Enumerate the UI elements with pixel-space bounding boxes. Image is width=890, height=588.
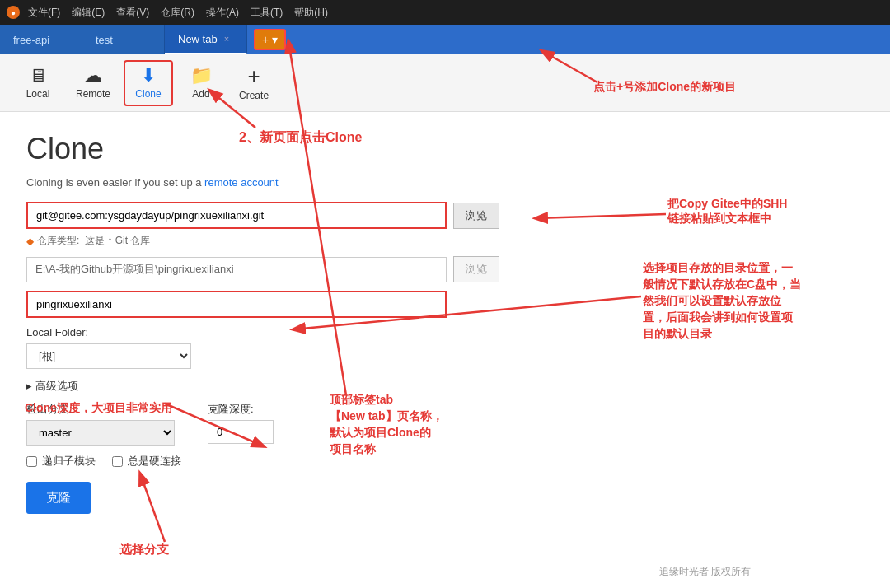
branch-select[interactable]: master xyxy=(26,420,175,446)
tool-clone-label: Clone xyxy=(135,88,161,100)
recursive-checkbox[interactable] xyxy=(26,456,37,467)
clone-icon: ⬇ xyxy=(141,67,156,85)
page-title: Clone xyxy=(26,132,864,166)
tool-create-label: Create xyxy=(239,90,269,101)
branch-field: 检出分支: master xyxy=(26,402,175,446)
tool-local-label: Local xyxy=(26,88,50,100)
main-content: Clone Cloning is even easier if you set … xyxy=(0,112,890,588)
local-icon: 🖥 xyxy=(29,67,47,85)
tab-label: test xyxy=(96,34,113,46)
local-path-field-group: 浏览 xyxy=(26,256,864,282)
tab-new-area: + ▾ xyxy=(247,25,293,54)
tool-add-label: Add xyxy=(192,88,209,100)
browse-url-button[interactable]: 浏览 xyxy=(453,203,499,229)
tabbar: free-api test New tab × + ▾ xyxy=(0,25,890,54)
menu-view[interactable]: 查看(V) xyxy=(116,6,149,20)
local-path-row: 浏览 xyxy=(26,256,864,282)
tool-remote-label: Remote xyxy=(76,88,110,100)
tab-label: New tab xyxy=(178,33,218,45)
folder-select-row: [根] xyxy=(26,343,864,369)
clone-subtitle: Cloning is even easier if you set up a r… xyxy=(26,176,864,189)
tab-new-tab[interactable]: New tab × xyxy=(165,25,247,54)
url-row: 浏览 xyxy=(26,202,864,229)
recursive-label: 递归子模块 xyxy=(42,454,96,469)
url-field-group: 浏览 ◆ 仓库类型: 这是 ↑ Git 仓库 xyxy=(26,202,864,248)
plus-icon: + xyxy=(262,33,269,46)
hardlink-checkbox-label[interactable]: 总是硬连接 xyxy=(112,454,181,469)
tab-free-api[interactable]: free-api xyxy=(0,25,82,54)
titlebar: ● 文件(F) 编辑(E) 查看(V) 仓库(R) 操作(A) 工具(T) 帮助… xyxy=(0,0,890,25)
create-icon: + xyxy=(247,65,260,86)
advanced-row: 检出分支: master 克隆深度: xyxy=(26,402,864,446)
tab-label: free-api xyxy=(13,34,49,46)
menu-tools[interactable]: 工具(T) xyxy=(251,6,283,20)
add-icon: 📁 xyxy=(190,67,213,85)
hardlink-label: 总是硬连接 xyxy=(128,454,181,469)
menu-bar[interactable]: 文件(F) 编辑(E) 查看(V) 仓库(R) 操作(A) 工具(T) 帮助(H… xyxy=(28,6,328,20)
menu-actions[interactable]: 操作(A) xyxy=(206,6,239,20)
menu-help[interactable]: 帮助(H) xyxy=(294,6,328,20)
tab-close-icon[interactable]: × xyxy=(224,34,229,44)
menu-file[interactable]: 文件(F) xyxy=(28,6,60,20)
clone-button[interactable]: 克隆 xyxy=(26,482,91,514)
tool-add[interactable]: 📁 Add xyxy=(176,62,226,105)
depth-field: 克隆深度: xyxy=(208,402,274,444)
depth-input[interactable] xyxy=(208,420,274,444)
tool-local[interactable]: 🖥 Local xyxy=(13,62,63,105)
tab-test[interactable]: test xyxy=(82,25,165,54)
repo-type-label: ◆ 仓库类型: 这是 ↑ Git 仓库 xyxy=(26,234,864,248)
menu-edit[interactable]: 编辑(E) xyxy=(72,6,105,20)
hardlink-checkbox[interactable] xyxy=(112,456,123,467)
depth-label: 克隆深度: xyxy=(208,402,274,417)
diamond-icon: ◆ xyxy=(26,236,34,247)
repo-name-input[interactable] xyxy=(26,291,447,318)
tab-add-button[interactable]: + ▾ xyxy=(254,29,286,50)
tool-remote[interactable]: ☁ Remote xyxy=(66,62,120,105)
browse-path-button[interactable]: 浏览 xyxy=(453,256,499,282)
remote-icon: ☁ xyxy=(84,67,102,85)
folder-select[interactable]: [根] xyxy=(26,343,191,369)
arrow-down-icon: ▾ xyxy=(272,33,278,46)
advanced-section: ▸ 高级选项 检出分支: master 克隆深度: 递归子模块 总是硬连接 xyxy=(26,379,864,469)
advanced-toggle[interactable]: ▸ 高级选项 xyxy=(26,379,864,394)
local-path-input[interactable] xyxy=(26,257,447,282)
checkbox-row: 递归子模块 总是硬连接 xyxy=(26,454,864,469)
recursive-checkbox-label[interactable]: 递归子模块 xyxy=(26,454,96,469)
local-folder-label: Local Folder: xyxy=(26,326,864,338)
app-logo: ● xyxy=(7,6,20,19)
branch-label: 检出分支: xyxy=(26,402,175,417)
menu-repo[interactable]: 仓库(R) xyxy=(161,6,194,20)
url-input[interactable] xyxy=(26,202,447,229)
toolbar: 🖥 Local ☁ Remote ⬇ Clone 📁 Add + Create xyxy=(0,54,890,112)
tool-clone[interactable]: ⬇ Clone xyxy=(124,60,173,106)
repo-name-row xyxy=(26,291,864,318)
repo-name-field-group xyxy=(26,291,864,318)
tool-create[interactable]: + Create xyxy=(229,60,279,106)
remote-account-link[interactable]: remote account xyxy=(204,176,279,189)
